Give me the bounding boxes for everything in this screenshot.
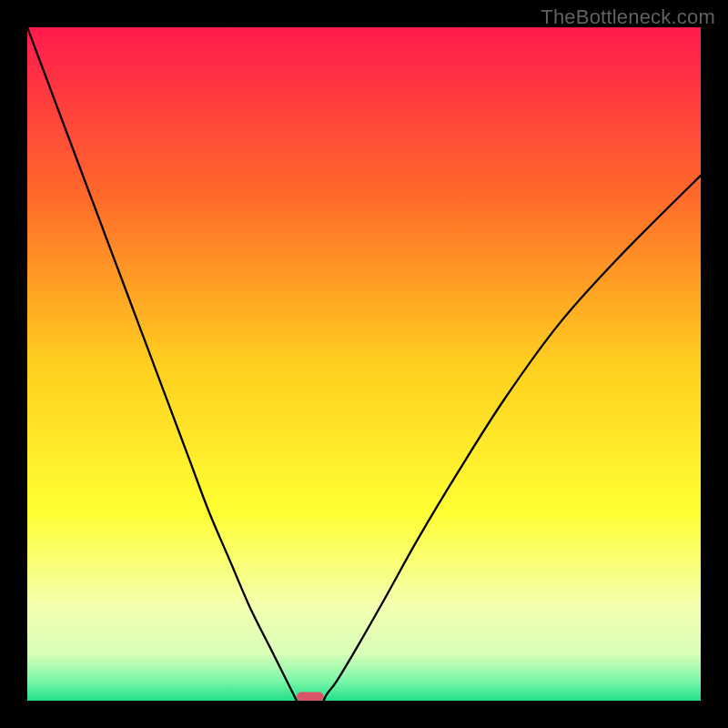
gradient-background [27,27,701,701]
watermark-text: TheBottleneck.com [541,5,715,29]
chart-plot-area [27,27,701,701]
chart-svg [27,27,701,701]
minimum-marker [297,693,324,701]
chart-frame: TheBottleneck.com [0,0,728,728]
